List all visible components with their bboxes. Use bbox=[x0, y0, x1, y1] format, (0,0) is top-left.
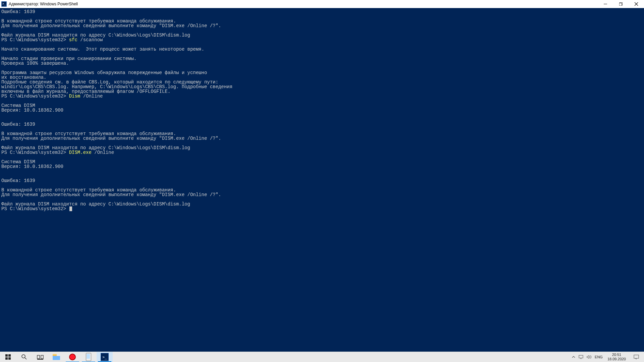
terminal-line: Для получения дополнительных сведений вы… bbox=[1, 23, 644, 28]
volume-icon[interactable] bbox=[587, 355, 591, 359]
terminal-line: Ошибка: 1639 bbox=[1, 9, 644, 14]
taskbar-apps: >_ bbox=[0, 352, 113, 362]
terminal-line: В командной строке отсутствует требуемая… bbox=[1, 131, 644, 136]
terminal-line: Для получения дополнительных сведений вы… bbox=[1, 192, 644, 197]
svg-rect-13 bbox=[37, 359, 43, 360]
input-language[interactable]: ENG bbox=[595, 355, 603, 359]
clock-date: 18.09.2020 bbox=[607, 357, 626, 361]
task-view-button[interactable] bbox=[32, 352, 48, 362]
titlebar[interactable]: Администратор: Windows PowerShell bbox=[0, 0, 644, 8]
terminal-line: Для получения дополнительных сведений вы… bbox=[1, 136, 644, 141]
terminal-line: Файл журнала DISM находится по адресу C:… bbox=[1, 145, 644, 150]
terminal-line bbox=[1, 141, 644, 145]
task-view-icon bbox=[37, 354, 44, 360]
opera-browser[interactable] bbox=[64, 352, 80, 362]
terminal-line: Cистема DISM bbox=[1, 160, 644, 164]
close-button[interactable] bbox=[629, 0, 644, 8]
search-button[interactable] bbox=[16, 352, 32, 362]
terminal-line: Начало стадии проверки при сканировании … bbox=[1, 56, 644, 61]
terminal-line: Программа защиты ресурсов Windows обнару… bbox=[1, 70, 644, 75]
your-phone-icon bbox=[86, 353, 91, 361]
minimize-icon bbox=[604, 2, 607, 6]
powershell-taskbar-icon: >_ bbox=[101, 353, 109, 361]
svg-rect-14 bbox=[579, 355, 583, 358]
monitor-icon bbox=[579, 355, 583, 359]
chevron-up-icon bbox=[572, 355, 575, 359]
clock-time: 20:51 bbox=[607, 353, 626, 357]
terminal-line: Подробные сведения см. в файле CBS.Log, … bbox=[1, 80, 644, 84]
terminal-line: В командной строке отсутствует требуемая… bbox=[1, 19, 644, 23]
terminal-line: windir\Logs\CBS\CBS.log. Например, C:\Wi… bbox=[1, 84, 644, 89]
terminal-line: PS C:\Windows\system32> Dism /Online bbox=[1, 94, 644, 99]
terminal-line bbox=[1, 169, 644, 174]
svg-point-9 bbox=[22, 355, 25, 358]
terminal-cursor bbox=[69, 206, 72, 211]
taskbar: >_ ENG 20:51 18.09.2020 bbox=[0, 352, 644, 362]
terminal-line bbox=[1, 127, 644, 131]
terminal-line: Cистема DISM bbox=[1, 103, 644, 108]
tray-overflow-button[interactable] bbox=[572, 355, 575, 359]
svg-rect-17 bbox=[634, 355, 639, 358]
system-tray: ENG 20:51 18.09.2020 bbox=[569, 352, 644, 362]
terminal-line bbox=[1, 99, 644, 103]
your-phone[interactable] bbox=[80, 352, 97, 362]
terminal-line: Файл журнала DISM находится по адресу C:… bbox=[1, 202, 644, 206]
svg-rect-6 bbox=[8, 354, 11, 357]
terminal-line: Файл журнала DISM находится по адресу C:… bbox=[1, 33, 644, 38]
network-icon[interactable] bbox=[579, 355, 583, 359]
powershell-icon bbox=[1, 1, 7, 7]
terminal-line bbox=[1, 197, 644, 202]
window-title: Администратор: Windows PowerShell bbox=[9, 2, 78, 6]
terminal-line: их восстановила. bbox=[1, 75, 644, 80]
terminal-line: включены в файл журнала, предоставляемый… bbox=[1, 89, 644, 94]
minimize-button[interactable] bbox=[598, 0, 613, 8]
terminal-line bbox=[1, 155, 644, 160]
terminal-line: Ошибка: 1639 bbox=[1, 122, 644, 127]
speaker-icon bbox=[587, 355, 591, 359]
svg-rect-5 bbox=[5, 354, 8, 357]
terminal-line: Версия: 10.0.18362.900 bbox=[1, 164, 644, 169]
taskbar-clock[interactable]: 20:51 18.09.2020 bbox=[606, 352, 627, 362]
svg-rect-7 bbox=[5, 357, 8, 360]
terminal-line bbox=[1, 28, 644, 33]
terminal-line: PS C:\Windows\system32> sfc /scannow bbox=[1, 38, 644, 42]
terminal-line bbox=[1, 66, 644, 70]
terminal-line: Версия: 10.0.18362.900 bbox=[1, 108, 644, 113]
terminal-line bbox=[1, 42, 644, 47]
terminal-line: Начато сканирование системы. Этот процес… bbox=[1, 47, 644, 52]
terminal-line bbox=[1, 14, 644, 19]
svg-line-10 bbox=[25, 358, 26, 359]
windows-start-icon bbox=[5, 354, 11, 360]
svg-rect-2 bbox=[619, 3, 622, 6]
terminal-line: В командной строке отсутствует требуемая… bbox=[1, 188, 644, 192]
file-explorer-icon bbox=[53, 354, 60, 360]
action-center-button[interactable] bbox=[631, 355, 642, 359]
close-icon bbox=[634, 2, 638, 6]
terminal-line bbox=[1, 174, 644, 178]
terminal-line bbox=[1, 183, 644, 188]
terminal-line: PS C:\Windows\system32> DISM.exe /Online bbox=[1, 150, 644, 155]
terminal-line bbox=[1, 117, 644, 122]
restore-icon bbox=[619, 2, 623, 6]
terminal-output[interactable]: Ошибка: 1639В командной строке отсутству… bbox=[0, 8, 644, 352]
maximize-button[interactable] bbox=[613, 0, 629, 8]
terminal-line bbox=[1, 52, 644, 56]
svg-rect-12 bbox=[41, 355, 43, 359]
search-icon bbox=[21, 354, 27, 360]
svg-marker-16 bbox=[587, 355, 589, 359]
powershell[interactable]: >_ bbox=[97, 352, 113, 362]
svg-rect-8 bbox=[8, 357, 11, 360]
terminal-line: Проверка 100% завершена. bbox=[1, 61, 644, 66]
terminal-line bbox=[1, 113, 644, 117]
svg-rect-11 bbox=[37, 355, 40, 359]
start-button[interactable] bbox=[0, 352, 16, 362]
terminal-line: Ошибка: 1639 bbox=[1, 178, 644, 183]
terminal-line: PS C:\Windows\system32> bbox=[1, 206, 644, 211]
opera-icon bbox=[69, 354, 76, 360]
powershell-window: Администратор: Windows PowerShell Ошибка… bbox=[0, 0, 644, 352]
notification-icon bbox=[634, 355, 639, 359]
file-explorer[interactable] bbox=[48, 352, 64, 362]
